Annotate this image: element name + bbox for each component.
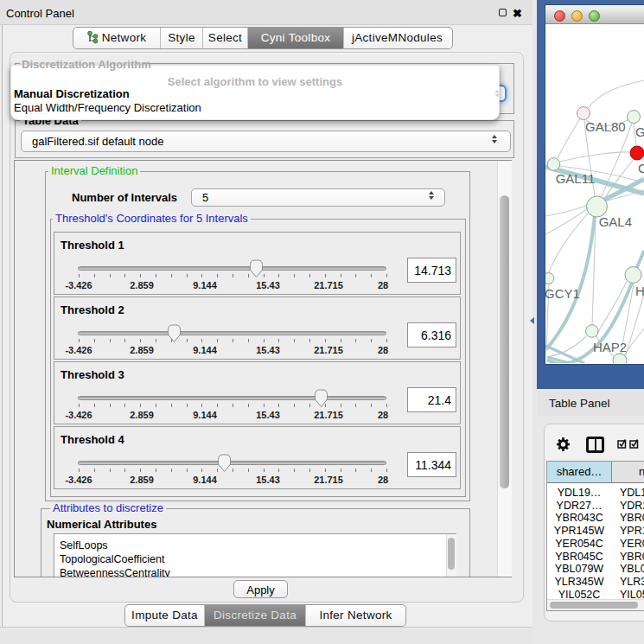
svg-text:G: G [635, 124, 644, 139]
svg-text:HAP2: HAP2 [593, 340, 627, 354]
svg-text:GAL11: GAL11 [556, 171, 596, 186]
svg-text:GCY1: GCY1 [545, 286, 580, 301]
svg-text:C: C [638, 161, 644, 175]
svg-text:GAL4: GAL4 [599, 214, 632, 229]
svg-text:H: H [635, 284, 644, 298]
svg-text:GAL80: GAL80 [585, 119, 626, 134]
